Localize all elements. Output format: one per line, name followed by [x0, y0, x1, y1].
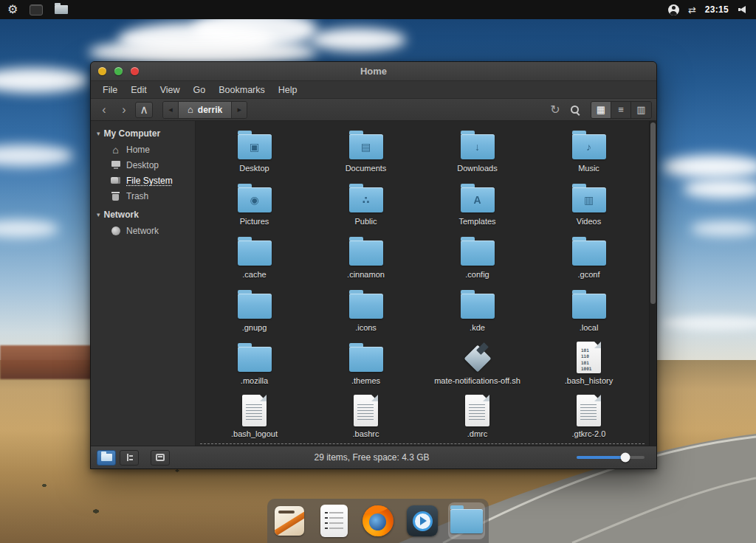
icon-view[interactable]: ▣ Desktop ▤ Documents ↓ Downloads ♪ Musi… — [196, 121, 656, 446]
folder-icon: ↓ — [461, 134, 495, 159]
file-item[interactable]: ♪ Music — [533, 125, 645, 179]
dock-item[interactable] — [271, 502, 308, 539]
sidebar-section-label: Network — [104, 210, 139, 220]
back-button[interactable]: ‹ — [95, 102, 113, 118]
toggle-pane-button[interactable] — [151, 450, 170, 466]
menu-file[interactable]: File — [97, 83, 123, 97]
folder-icon — [101, 454, 112, 461]
folder-icon: ▤ — [349, 134, 383, 159]
file-grid: ▣ Desktop ▤ Documents ↓ Downloads ♪ Musi… — [196, 121, 656, 444]
terminal-icon[interactable] — [30, 4, 43, 15]
file-item[interactable]: .local — [533, 285, 645, 338]
folder-icon — [572, 241, 606, 266]
sidebar-section-my-computer[interactable]: ▾ My Computer — [91, 125, 195, 142]
file-item[interactable]: ▥ Videos — [533, 179, 645, 232]
sidebar-item-trash[interactable]: Trash — [91, 188, 195, 204]
status-text: 29 items, Free space: 4.3 GB — [173, 452, 570, 463]
file-item[interactable]: mate-notifications-off.sh — [422, 338, 533, 391]
search-button[interactable] — [566, 102, 584, 118]
file-label: .gconf — [578, 270, 600, 280]
reload-icon[interactable]: ↻ — [546, 102, 564, 118]
breadcrumb-prev-button[interactable]: ◂ — [163, 102, 178, 118]
view-list-button[interactable]: ≡ — [611, 102, 631, 118]
file-item[interactable]: .bash_logout — [199, 391, 310, 444]
folder-icon — [238, 347, 272, 372]
file-item[interactable]: .gnupg — [199, 285, 310, 338]
file-item[interactable]: .cinnamon — [310, 232, 422, 285]
cloud — [690, 221, 756, 236]
scrollbar-thumb[interactable] — [650, 122, 656, 304]
folder-icon: ∴ — [349, 187, 383, 212]
minimize-button[interactable] — [98, 67, 106, 75]
file-item[interactable]: A Templates — [422, 179, 533, 232]
maximize-button[interactable] — [114, 67, 123, 75]
menu-edit[interactable]: Edit — [125, 83, 153, 97]
view-compact-button[interactable]: ▥ — [631, 102, 651, 118]
settings-gear-icon[interactable]: ⚙ — [7, 4, 18, 15]
places-toggle-button[interactable] — [97, 450, 116, 466]
top-panel: ⚙ ⇄ 23:15 — [0, 0, 756, 19]
menu-bookmarks[interactable]: Bookmarks — [213, 83, 271, 97]
tree-toggle-button[interactable] — [120, 450, 139, 466]
menu-view[interactable]: View — [154, 83, 186, 97]
folder-icon — [461, 294, 495, 319]
close-button[interactable] — [131, 67, 139, 75]
dock-item[interactable] — [404, 502, 441, 539]
zoom-slider-knob[interactable] — [621, 453, 630, 463]
drive-icon — [110, 175, 121, 186]
breadcrumb-button[interactable]: ⌂ derrik — [178, 102, 232, 118]
file-item[interactable]: .config — [422, 232, 533, 285]
sidebar: ▾ My Computer ⌂ Home Desktop File System — [91, 121, 196, 446]
file-item[interactable]: .gtkrc-2.0 — [533, 391, 645, 444]
zoom-slider[interactable] — [577, 456, 645, 459]
sidebar-item-desktop[interactable]: Desktop — [91, 157, 195, 173]
dock-item[interactable] — [315, 502, 352, 539]
dock-item-files[interactable] — [448, 502, 485, 539]
file-item[interactable]: .kde — [422, 285, 533, 338]
file-item[interactable]: ▣ Desktop — [199, 125, 310, 179]
file-item[interactable]: .dmrc — [422, 391, 533, 444]
volume-icon[interactable] — [738, 5, 749, 15]
file-item[interactable]: ∴ Public — [310, 179, 422, 232]
sidebar-item-label: Desktop — [126, 160, 159, 170]
network-status-icon[interactable]: ⇄ — [688, 5, 696, 15]
file-item[interactable]: ◉ Pictures — [199, 179, 310, 232]
breadcrumb-label: derrik — [198, 105, 222, 115]
user-status-icon[interactable] — [668, 4, 679, 15]
sidebar-section-network[interactable]: ▾ Network — [91, 207, 195, 223]
file-item[interactable]: .themes — [310, 338, 422, 391]
search-icon — [570, 105, 580, 115]
file-item[interactable]: .cache — [199, 232, 310, 285]
menu-help[interactable]: Help — [272, 83, 303, 97]
toolbar: ‹ › ∧ ◂ ⌂ derrik ▸ ↻ ▦ ≡ ▥ — [91, 99, 656, 121]
sidebar-item-home[interactable]: ⌂ Home — [91, 142, 195, 157]
file-label: Public — [355, 217, 377, 226]
desktop-icon — [110, 159, 121, 170]
view-grid-button[interactable]: ▦ — [591, 102, 611, 118]
downloads-emblem-icon: ↓ — [475, 142, 480, 152]
file-item[interactable]: ▤ Documents — [310, 125, 422, 179]
media-player-icon — [407, 505, 438, 536]
sidebar-item-file-system[interactable]: File System — [91, 173, 195, 188]
file-item[interactable]: .icons — [310, 285, 422, 338]
menu-go[interactable]: Go — [188, 83, 212, 97]
file-item[interactable]: .mozilla — [199, 338, 310, 391]
desktop-emblem-icon: ▣ — [250, 142, 259, 152]
dock-item[interactable] — [360, 502, 396, 539]
files-icon[interactable] — [55, 5, 68, 14]
file-item[interactable]: .gconf — [533, 232, 645, 285]
breadcrumb-next-button[interactable]: ▸ — [232, 102, 247, 118]
titlebar[interactable]: Home — [91, 62, 656, 81]
home-icon: ⌂ — [188, 104, 193, 115]
view-switcher: ▦ ≡ ▥ — [591, 101, 652, 119]
forward-button[interactable]: › — [115, 102, 133, 118]
file-item[interactable]: .bashrc — [310, 391, 422, 444]
scrollbar[interactable] — [649, 121, 656, 446]
text-file-icon — [577, 395, 601, 426]
file-item[interactable]: ↓ Downloads — [422, 125, 533, 179]
sidebar-item-network[interactable]: Network — [91, 223, 195, 238]
clock[interactable]: 23:15 — [705, 4, 729, 15]
file-label: .bashrc — [352, 429, 379, 439]
file-item[interactable]: 101 110 101 1001 .bash_history — [533, 338, 645, 391]
up-button[interactable]: ∧ — [135, 102, 153, 118]
